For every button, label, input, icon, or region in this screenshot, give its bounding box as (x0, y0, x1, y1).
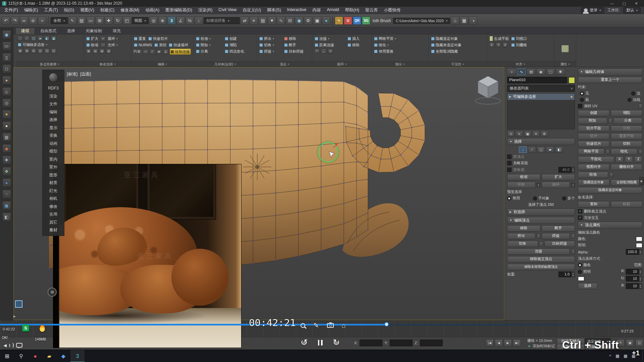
unhide-all-button[interactable]: 全部取消隐藏 (431, 49, 485, 54)
constraint-edge-icon[interactable]: ∕ (150, 49, 155, 54)
tab-populate[interactable]: 填充 (107, 28, 126, 34)
select-by-name-icon[interactable]: ▤ (77, 16, 86, 25)
grow-button[interactable]: 扩大 (86, 36, 99, 41)
seek-knob[interactable] (384, 322, 389, 326)
pencil-icon[interactable]: ✎ (313, 322, 319, 329)
selection-filter-dropdown[interactable]: 全部 (51, 17, 68, 24)
script-panel-item[interactable]: 文件 (43, 100, 64, 108)
script-panel-item[interactable]: 模型 (43, 147, 64, 156)
extrude-button[interactable]: 挤出 (259, 36, 280, 41)
meshsmooth-button[interactable]: 网格平滑 (374, 36, 426, 41)
percent-snap-icon[interactable]: % (185, 16, 194, 25)
collapse-button[interactable]: 塌陷 (224, 42, 255, 48)
script-panel-item[interactable]: 修改 (43, 203, 64, 211)
vertex-color-swatch[interactable] (636, 237, 642, 241)
use-displacement-button[interactable]: 使用置换 (374, 49, 426, 54)
ribbon-toggle-icon[interactable]: ▼ (268, 16, 276, 25)
bind-to-space-warp-icon[interactable]: ≈ (38, 16, 46, 25)
ring-shrink-icon[interactable]: ⊟ (106, 49, 111, 54)
menu-item[interactable]: 渲染(R) (195, 7, 215, 13)
u-plugin-icon[interactable]: U (344, 16, 352, 25)
z-coordinate-field[interactable] (420, 340, 443, 346)
caption-polygon-modeling[interactable]: 多边形建模 (15, 61, 84, 67)
slice-plane-button[interactable]: 切片平面 (578, 125, 609, 132)
preserve-uv-settings-button[interactable] (639, 104, 642, 109)
angle-spinner[interactable]: 45.0 ▲▼ (558, 167, 575, 173)
create-geo-button[interactable]: 创建 (578, 110, 609, 116)
gear-icon[interactable]: ⚙ (48, 288, 57, 297)
keyboard-override-icon[interactable]: ▦ (626, 339, 634, 347)
menu-item[interactable]: 创建(C) (97, 7, 117, 13)
geosphere-icon[interactable]: ◎ (2, 99, 11, 107)
grid-align-button[interactable]: 栅格对齐 (611, 164, 642, 170)
polygon-mode-icon[interactable]: ▰ (38, 36, 43, 41)
script-panel-item[interactable]: 实用 (43, 210, 64, 219)
scatter-icon[interactable]: ∵ (2, 190, 11, 198)
ring-selection-button[interactable]: 环形 (507, 182, 535, 188)
range-b-spinner[interactable]: B: 10▲▼ (622, 283, 642, 289)
polymod-tool-icon[interactable]: ⊡ (31, 48, 36, 53)
create-tab-icon[interactable]: ＋ (507, 68, 516, 75)
by-angle-checkbox[interactable]: 按角度: (507, 167, 525, 172)
workspace-dropdown[interactable]: 默认 (623, 7, 641, 13)
previous-frame-button[interactable]: ◀ (495, 339, 503, 347)
grow-plus-button[interactable]: ＋ (100, 36, 106, 41)
utilities-tab-icon[interactable]: ✱ (556, 68, 565, 75)
make-planar-button[interactable]: 生成平面 (489, 36, 509, 41)
tab-selection[interactable]: 选择 (62, 28, 80, 34)
planar-z-button[interactable]: Z (502, 42, 508, 47)
redo-icon[interactable]: ↷ (11, 16, 19, 25)
planar-x-geo-button[interactable]: X (615, 156, 624, 163)
menu-item[interactable]: 修改器(M) (117, 7, 142, 13)
menu-item[interactable]: 文件(F) (1, 7, 21, 13)
loop-button[interactable]: 循环 (107, 36, 118, 41)
rectangular-selection-icon[interactable]: ▭ (87, 16, 95, 25)
modifier-list-dropdown[interactable]: 修改器列表 (507, 85, 575, 92)
state-sets-icon[interactable]: ▦ (460, 16, 468, 25)
ring-button[interactable]: 光环 (107, 42, 118, 48)
menu-item[interactable]: Arnold (324, 7, 342, 13)
grow-selection-button[interactable]: 扩大 (542, 174, 575, 180)
unlink-selection-icon[interactable]: ⊘ (29, 16, 37, 25)
menu-item[interactable]: 视图(V) (77, 7, 97, 13)
script-panel-item[interactable]: RDF3 (43, 84, 64, 93)
constraint-normal-radio[interactable]: 法线 (628, 97, 640, 102)
browser-icon[interactable]: ● (28, 350, 42, 362)
loop-spinner[interactable]: ▲▼ (571, 183, 575, 187)
border-mode-icon[interactable]: ▢ (31, 36, 36, 41)
caption-subdivision[interactable]: 细分 (372, 61, 428, 67)
detach-button[interactable]: 分离 (613, 118, 643, 124)
script-panel-item[interactable]: 动画 (43, 140, 64, 148)
range-r-spinner[interactable]: R: 10▲▼ (621, 269, 642, 275)
meshsmooth-settings-button[interactable] (606, 149, 609, 154)
select-by-illum-radio[interactable]: 照明 (578, 269, 591, 274)
polymod-tool-icon[interactable]: ⊞ (17, 48, 23, 53)
home-icon[interactable]: ⌂ (342, 322, 346, 329)
menu-item[interactable]: Interactive (284, 7, 310, 13)
menu-item[interactable]: 工具(T) (41, 7, 61, 13)
swiftloop-button[interactable]: 快速循环 (168, 42, 189, 48)
quickslice-geo-button[interactable]: 快速切片 (578, 141, 609, 147)
ring-grow-icon[interactable]: ⊞ (99, 49, 105, 54)
menu-item[interactable]: 动画(A) (142, 7, 162, 13)
volume-icon[interactable]: ◀ (3, 342, 14, 348)
align-icon[interactable]: ≡ (250, 16, 258, 25)
select-by-color-button[interactable]: 选择 (578, 283, 597, 289)
login-button[interactable]: 登录 (581, 7, 604, 13)
angle-snap-icon[interactable]: ∠ (176, 16, 185, 25)
camera-view-icon[interactable]: ◉ (2, 30, 11, 39)
use-pivot-center-icon[interactable]: ◎ (149, 16, 158, 25)
select-and-manipulate-icon[interactable]: ⊕ (158, 16, 167, 25)
target-weld-button[interactable]: 目标焊接 (544, 241, 575, 247)
select-and-move-icon[interactable]: ✚ (105, 16, 113, 25)
attach-settings-button[interactable] (608, 118, 612, 123)
script-panel-item[interactable]: 选择 (43, 116, 64, 124)
reset-plane-button[interactable]: 重置平面 (611, 133, 642, 139)
maximize-viewport-icon[interactable]: ◱ (635, 339, 643, 347)
menu-item[interactable]: 脚本(S) (264, 7, 284, 13)
remove-button[interactable]: 移除 (284, 36, 310, 41)
script-panel-item[interactable]: 室内 (43, 156, 64, 164)
script-panel-item[interactable]: 编辑 (43, 108, 64, 116)
object-color-swatch[interactable] (569, 77, 575, 83)
alpha-spinner[interactable]: 100.0 ▲▼ (626, 249, 642, 255)
